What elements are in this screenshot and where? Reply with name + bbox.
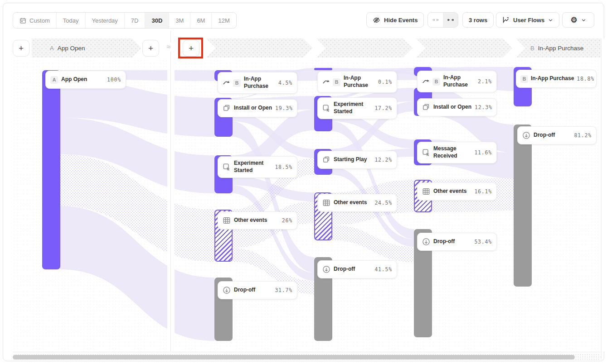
node-value: 2.1% <box>478 78 492 85</box>
node-label: Drop-off <box>334 266 371 273</box>
flow-node-card[interactable]: Drop-off 41.5% <box>317 260 397 278</box>
node-value: 26% <box>282 217 292 224</box>
flow-node-card[interactable]: Install or Open 19.3% <box>218 99 297 117</box>
flow-node-card[interactable]: A App Open 100% <box>45 71 126 89</box>
overlapping-squares-icon <box>223 104 231 112</box>
node-label: In-App Purchase <box>443 74 475 88</box>
column-divider-mask <box>167 31 175 351</box>
flow-node-card[interactable]: B In-App Purchase 4.5% <box>218 72 297 94</box>
flow-node-card[interactable]: B In-App Purchase 2.1% <box>417 71 497 92</box>
right-edge-mask <box>602 38 604 352</box>
node-value: 24.5% <box>374 200 392 206</box>
node-label: App Open <box>61 76 104 83</box>
flow-node-card[interactable]: Drop-off 53.4% <box>417 233 497 251</box>
canvas-bottom-border <box>13 352 601 352</box>
node-label: Experiment Started <box>334 101 371 115</box>
node-value: 100% <box>107 77 121 83</box>
flow-node-card[interactable]: B In-App Purchase 0.1% <box>317 71 397 93</box>
arrow-down-circle-icon <box>422 238 430 246</box>
cursor-click-icon <box>422 148 430 157</box>
cursor-click-icon <box>223 163 231 171</box>
flow-node-card[interactable]: Starting Play 12.2% <box>317 151 397 169</box>
flow-node-card[interactable]: B In-App Purchase 18.8% <box>516 70 597 88</box>
node-label: In-App Purchase <box>244 76 275 90</box>
node-label: Drop-off <box>534 132 571 139</box>
flow-bar-inapp-purchase[interactable] <box>314 68 332 70</box>
step-badge: B <box>432 78 440 86</box>
node-label: Starting Play <box>334 156 371 163</box>
trend-arrow-icon <box>223 79 230 86</box>
node-label: Message Received <box>433 145 471 159</box>
horizontal-scrollbar-thumb[interactable] <box>13 355 575 359</box>
flow-bar-app-open[interactable] <box>42 70 60 269</box>
node-label: Install or Open <box>433 104 471 111</box>
node-value: 81.2% <box>574 132 592 139</box>
node-label: Install or Open <box>234 105 272 112</box>
node-label: In-App Purchase <box>531 75 574 82</box>
node-value: 31.7% <box>275 287 292 293</box>
node-value: 12.2% <box>374 157 392 163</box>
node-value: 19.3% <box>275 105 293 111</box>
flow-node-card[interactable]: Drop-off 31.7% <box>218 281 297 299</box>
trend-arrow-icon <box>322 78 330 86</box>
arrow-down-circle-icon <box>322 265 330 273</box>
overlapping-squares-icon <box>322 156 330 164</box>
column-divider-line <box>170 31 171 351</box>
arrow-down-circle-icon <box>223 286 231 294</box>
flow-node-card[interactable]: Other events 24.5% <box>317 194 397 212</box>
flow-node-card[interactable]: Drop-off 81.2% <box>517 126 597 144</box>
arrow-down-circle-icon <box>522 131 530 139</box>
flow-node-card[interactable]: Other events 26% <box>218 211 297 230</box>
node-value: 18.8% <box>577 76 594 82</box>
node-value: 18.5% <box>275 164 292 170</box>
flow-bar-drop-off[interactable] <box>514 125 532 287</box>
step-badge: B <box>520 75 528 83</box>
flow-node-card[interactable]: Other events 16.1% <box>417 182 497 201</box>
node-label: Other events <box>334 199 371 206</box>
node-label: In-App Purchase <box>344 75 375 89</box>
node-label: Drop-off <box>234 287 272 294</box>
trend-arrow-icon <box>422 78 429 85</box>
flow-node-card[interactable]: Experiment Started 17.2% <box>317 97 397 119</box>
node-value: 17.2% <box>374 105 392 111</box>
grid-icon <box>223 216 231 225</box>
flow-node-card[interactable]: Install or Open 12.3% <box>417 98 497 116</box>
node-value: 4.5% <box>278 80 292 86</box>
user-flows-report: Custom Today Yesterday 7D 30D 3M 6M 12M … <box>0 0 607 364</box>
step-badge: B <box>233 79 241 87</box>
cursor-click-icon <box>322 104 330 112</box>
node-value: 0.1% <box>378 79 392 85</box>
node-label: Drop-off <box>433 238 471 245</box>
node-label: Other events <box>433 188 471 195</box>
flow-node-card[interactable]: Experiment Started 18.5% <box>218 156 297 178</box>
overlapping-squares-icon <box>422 103 430 111</box>
node-label: Experiment Started <box>234 160 272 174</box>
node-value: 11.6% <box>474 149 492 156</box>
grid-icon <box>322 199 330 207</box>
add-step-middle-button[interactable]: + <box>183 40 199 57</box>
node-label: Other events <box>234 217 279 224</box>
approx-symbol: ≈ <box>163 43 174 52</box>
flow-node-card[interactable]: Message Received 11.6% <box>417 142 497 163</box>
node-value: 12.3% <box>475 104 492 110</box>
node-value: 41.5% <box>374 266 392 273</box>
step-badge: B <box>333 78 340 86</box>
grid-icon <box>422 187 430 196</box>
node-value: 53.4% <box>474 239 492 245</box>
node-value: 16.1% <box>474 188 492 195</box>
step-badge: A <box>50 76 58 84</box>
